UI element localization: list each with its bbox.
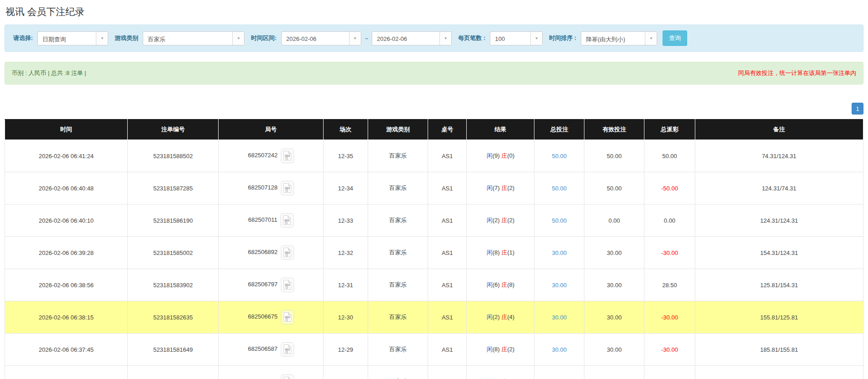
video-replay-button[interactable] [281, 245, 294, 260]
cell-payout: 28.50 [644, 269, 695, 301]
cell-round: 682506892 [219, 237, 323, 269]
cell-table-no: AS1 [428, 269, 467, 301]
total-bet-link[interactable]: 30.00 [552, 346, 567, 353]
total-bet-link[interactable]: 30.00 [552, 314, 567, 321]
banker-result-value: (4) [507, 314, 514, 320]
cell-time: 2026-02-06 06:39:28 [5, 237, 128, 269]
round-number: 682506892 [248, 249, 278, 255]
video-replay-button[interactable] [281, 310, 294, 324]
video-replay-button[interactable] [280, 213, 294, 228]
banker-result-value: (8) [507, 281, 514, 288]
query-button[interactable]: 查询 [663, 30, 687, 46]
chevron-down-icon[interactable]: ▼ [530, 32, 542, 45]
table-row: 2026-02-06 06:37:45523181581649682506587… [5, 334, 863, 366]
player-result-label: 闲 [487, 281, 493, 288]
cell-valid-bet: 30.00 [584, 269, 644, 301]
video-replay-button[interactable] [281, 278, 294, 292]
table-row: 2026-02-06 06:37:07523181580432682506479… [5, 366, 863, 379]
banker-result-label: 庄 [501, 314, 507, 320]
player-result-label: 闲 [487, 185, 493, 191]
cell-remark: 125.81/154.31 [695, 269, 863, 301]
cell-time: 2026-02-06 06:37:45 [5, 334, 128, 366]
video-replay-icon [283, 215, 291, 225]
video-replay-button[interactable] [281, 374, 294, 379]
query-type-value: 日期查询 [38, 32, 96, 45]
cell-result: 闲(6) 庄(0) [467, 366, 534, 379]
column-header: 桌号 [428, 120, 467, 140]
cell-total-bet: 30.00 [534, 237, 584, 269]
cell-payout: 50.00 [644, 140, 695, 172]
cell-result: 闲(2) 庄(4) [467, 301, 534, 334]
sort-label: 时间排序 : [546, 34, 577, 42]
game-type-label: 游戏类别 [112, 34, 139, 42]
cell-remark: 155.81/125.81 [695, 301, 863, 334]
chevron-down-icon[interactable]: ▼ [645, 32, 657, 45]
cell-valid-bet: 50.00 [584, 172, 644, 204]
cell-result: 闲(7) 庄(2) [467, 172, 534, 204]
column-header: 游戏类别 [368, 120, 428, 140]
sort-value: 降幂(由大到小) [581, 32, 645, 45]
total-bet-link[interactable]: 30.00 [552, 282, 567, 289]
chevron-down-icon[interactable]: ▼ [96, 32, 108, 45]
cell-round: 682506479 [219, 366, 323, 379]
game-type-select[interactable]: 百家乐 ▼ [143, 31, 244, 45]
cell-valid-bet: 30.00 [584, 301, 644, 334]
video-replay-icon [283, 150, 292, 161]
chevron-down-icon[interactable]: ▼ [232, 32, 244, 45]
cell-valid-bet: 30.00 [584, 334, 644, 366]
table-header-row: 时间注单编号局号场次游戏类别桌号结果总投注有效投注总派彩备注 [5, 120, 863, 140]
time-range-label: 时间区间: [248, 34, 277, 42]
cell-round: 682506587 [219, 334, 323, 366]
per-page-select[interactable]: 100 ▼ [490, 31, 543, 45]
cell-bet-id: 523181580432 [128, 366, 219, 379]
per-page-label: 每页笔数 : [455, 34, 486, 42]
cell-time: 2026-02-06 06:40:48 [5, 172, 128, 204]
cell-result: 闲(2) 庄(2) [467, 204, 534, 237]
query-type-select[interactable]: 日期查询 ▼ [37, 31, 108, 45]
video-replay-icon [283, 344, 292, 354]
cell-table-no: AS1 [428, 301, 467, 334]
game-type-value: 百家乐 [143, 32, 232, 45]
sort-select[interactable]: 降幂(由大到小) ▼ [581, 31, 657, 45]
video-replay-button[interactable] [281, 181, 294, 195]
player-result-value: (8) [493, 346, 500, 353]
cell-table-no: AS1 [428, 172, 467, 204]
player-result-label: 闲 [487, 314, 493, 320]
column-header: 总投注 [534, 120, 584, 140]
cell-session: 12-33 [323, 204, 368, 237]
cell-time: 2026-02-06 06:37:07 [5, 366, 128, 379]
player-result-value: (6) [493, 281, 500, 288]
cell-payout: -50.00 [644, 172, 695, 204]
video-replay-icon [283, 279, 292, 290]
cell-session: 12-29 [323, 334, 368, 366]
cell-game-type: 百家乐 [368, 301, 428, 334]
table-body: 2026-02-06 06:41:24523181588502682507242… [5, 140, 863, 379]
total-bet-link[interactable]: 50.00 [552, 153, 567, 160]
select-type-label: 请选择: [10, 34, 34, 42]
pagination-top: 1 [5, 103, 863, 115]
total-bet-link[interactable]: 30.00 [552, 249, 567, 256]
cell-session: 12-30 [323, 301, 368, 334]
video-replay-button[interactable] [281, 342, 294, 357]
cell-payout: 0.00 [644, 204, 695, 237]
total-bet-link[interactable]: 50.00 [552, 217, 567, 224]
total-bet-link[interactable]: 50.00 [552, 185, 567, 192]
valid-bet-notice: 同局有效投注，统一计算在该局第一张注单内 [738, 69, 856, 77]
chevron-down-icon[interactable]: ▼ [439, 32, 451, 45]
cell-result: 闲(8) 庄(2) [467, 334, 534, 366]
video-replay-button[interactable] [281, 149, 294, 163]
column-header: 场次 [323, 120, 368, 140]
player-result-value: (2) [493, 217, 500, 224]
cell-result: 闲(8) 庄(1) [467, 237, 534, 269]
column-header: 结果 [467, 120, 534, 140]
table-row: 2026-02-06 06:39:28523181585002682506892… [5, 237, 863, 269]
cell-table-no: AS1 [428, 237, 467, 269]
page-1-button[interactable]: 1 [852, 103, 863, 115]
cell-session: 12-32 [323, 237, 368, 269]
cell-total-bet: 30.00 [534, 269, 584, 301]
cell-payout: -30.00 [644, 301, 695, 334]
date-from-select[interactable]: 2026-02-06 ▼ [281, 31, 361, 45]
chevron-down-icon[interactable]: ▼ [349, 32, 361, 45]
round-number: 682506587 [248, 345, 278, 352]
date-to-select[interactable]: 2026-02-06 ▼ [372, 31, 452, 45]
